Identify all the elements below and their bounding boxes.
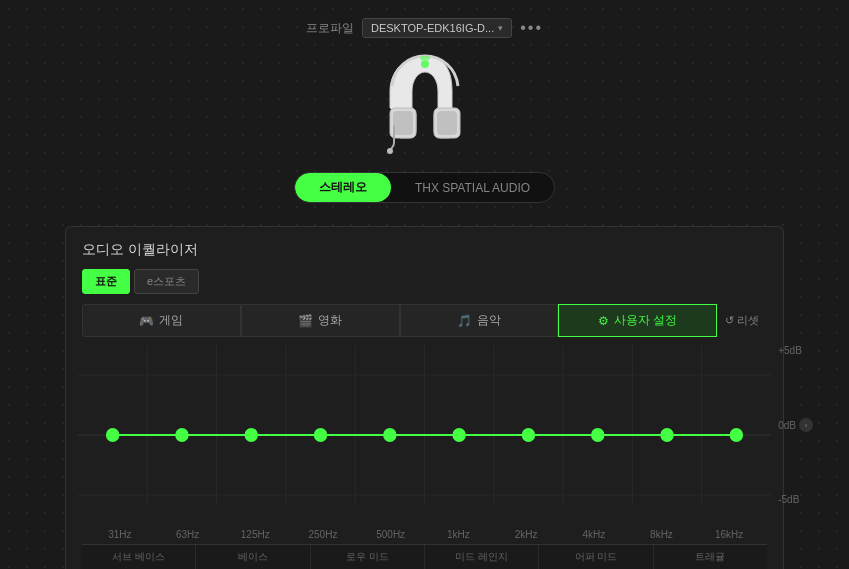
thx-toggle-button[interactable]: THX SPATIAL AUDIO	[391, 173, 554, 202]
movie-label: 영화	[318, 312, 342, 329]
reset-icon: ↺	[725, 314, 734, 327]
db-label-plus5: +5dB	[778, 345, 802, 356]
movie-icon: 🎬	[298, 314, 313, 328]
preset-tab-esports[interactable]: e스포츠	[134, 269, 199, 294]
chevron-down-icon: ▾	[498, 23, 503, 33]
freq-31hz: 31Hz	[86, 529, 154, 540]
eq-point-2[interactable]	[176, 429, 188, 441]
svg-point-0	[421, 60, 429, 68]
frequency-labels: 31Hz 63Hz 125Hz 250Hz 500Hz 1kHz 2kHz 4k…	[82, 525, 767, 540]
game-mode-button[interactable]: 🎮 게임	[82, 304, 241, 337]
eq-point-9[interactable]	[661, 429, 673, 441]
eq-graph: +5dB 0dB › -5dB	[78, 345, 771, 525]
band-upper-mid: 어퍼 미드	[539, 545, 653, 569]
band-mid-range: 미드 레인지	[425, 545, 539, 569]
svg-point-5	[387, 148, 393, 154]
toggle-container: 스테레오 THX SPATIAL AUDIO	[294, 172, 555, 203]
band-treble: 트래귤	[654, 545, 767, 569]
eq-point-4[interactable]	[315, 429, 327, 441]
game-label: 게임	[159, 312, 183, 329]
stereo-toggle-button[interactable]: 스테레오	[295, 173, 391, 202]
eq-panel: 오디오 이퀄라이저 표준 e스포츠 🎮 게임 🎬 영화 🎵 음악 ⚙ 사용자 설…	[65, 226, 784, 569]
freq-500hz: 500Hz	[357, 529, 425, 540]
freq-8khz: 8kHz	[628, 529, 696, 540]
eq-svg	[78, 345, 771, 525]
eq-point-3[interactable]	[245, 429, 257, 441]
profile-dropdown[interactable]: DESKTOP-EDK16IG-D... ▾	[362, 18, 512, 38]
game-icon: 🎮	[139, 314, 154, 328]
preset-tab-standard[interactable]: 표준	[82, 269, 130, 294]
eq-point-8[interactable]	[592, 429, 604, 441]
more-options-icon[interactable]: •••	[520, 19, 543, 37]
db-marker-plus5: +5dB	[778, 345, 813, 356]
db-marker-zero: 0dB ›	[778, 418, 813, 432]
headset-image	[380, 48, 470, 158]
profile-value: DESKTOP-EDK16IG-D...	[371, 22, 494, 34]
music-icon: 🎵	[457, 314, 472, 328]
profile-label: 프로파일	[306, 20, 354, 37]
db-zero-arrow[interactable]: ›	[799, 418, 813, 432]
eq-point-10[interactable]	[731, 429, 743, 441]
db-markers: +5dB 0dB › -5dB	[778, 345, 813, 505]
top-bar: 프로파일 DESKTOP-EDK16IG-D... ▾ •••	[0, 0, 849, 38]
mode-buttons-row: 🎮 게임 🎬 영화 🎵 음악 ⚙ 사용자 설정 ↺ 리셋	[82, 304, 767, 337]
band-bass: 베이스	[196, 545, 310, 569]
music-label: 음악	[477, 312, 501, 329]
eq-point-5[interactable]	[384, 429, 396, 441]
svg-rect-4	[437, 111, 457, 135]
freq-1khz: 1kHz	[425, 529, 493, 540]
band-low-mid: 로우 미드	[311, 545, 425, 569]
eq-point-1[interactable]	[107, 429, 119, 441]
custom-label: 사용자 설정	[614, 312, 677, 329]
reset-label: 리셋	[737, 313, 759, 328]
db-marker-minus5: -5dB	[778, 494, 813, 505]
custom-icon: ⚙	[598, 314, 609, 328]
preset-tabs: 표준 e스포츠	[82, 269, 767, 294]
music-mode-button[interactable]: 🎵 음악	[400, 304, 559, 337]
db-label-minus5: -5dB	[778, 494, 799, 505]
custom-mode-button[interactable]: ⚙ 사용자 설정	[558, 304, 717, 337]
eq-point-6[interactable]	[453, 429, 465, 441]
svg-rect-2	[393, 111, 413, 135]
freq-125hz: 125Hz	[221, 529, 289, 540]
freq-2khz: 2kHz	[492, 529, 560, 540]
svg-rect-6	[420, 56, 430, 60]
band-labels-row: 서브 베이스 베이스 로우 미드 미드 레인지 어퍼 미드 트래귤	[82, 544, 767, 569]
movie-mode-button[interactable]: 🎬 영화	[241, 304, 400, 337]
freq-16khz: 16kHz	[695, 529, 763, 540]
eq-point-7[interactable]	[523, 429, 535, 441]
eq-panel-title: 오디오 이퀄라이저	[82, 241, 767, 259]
reset-button[interactable]: ↺ 리셋	[717, 309, 767, 332]
freq-63hz: 63Hz	[154, 529, 222, 540]
db-label-zero: 0dB	[778, 420, 796, 431]
freq-4khz: 4kHz	[560, 529, 628, 540]
band-sub-bass: 서브 베이스	[82, 545, 196, 569]
headset-image-area	[0, 38, 849, 168]
mode-toggle-bar: 스테레오 THX SPATIAL AUDIO	[0, 172, 849, 203]
freq-250hz: 250Hz	[289, 529, 357, 540]
